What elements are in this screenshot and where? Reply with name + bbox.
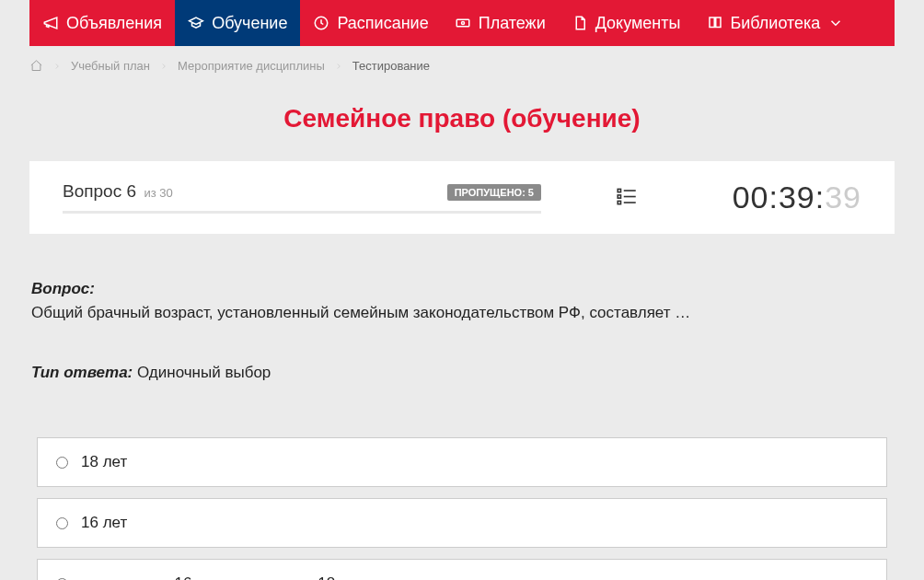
- answer-radio[interactable]: [56, 457, 68, 469]
- breadcrumb-plan[interactable]: Учебный план: [71, 59, 150, 73]
- clock-icon: [313, 15, 329, 31]
- answers-list: 18 лет 16 лет для женщин 16 лет, для муж…: [29, 437, 895, 580]
- question-progress: Вопрос 6 из 30 ПРОПУЩЕНО: 5: [63, 181, 541, 214]
- nav-learning[interactable]: Обучение: [175, 0, 300, 46]
- document-icon: [572, 15, 588, 31]
- answer-radio[interactable]: [56, 517, 68, 529]
- timer-main: 00:39:: [733, 180, 826, 215]
- main-nav: Объявления Обучение Расписание Платежи Д…: [29, 0, 895, 46]
- svg-point-2: [461, 22, 464, 25]
- chevron-right-icon: [159, 62, 168, 71]
- list-icon: [615, 184, 639, 208]
- chevron-right-icon: [52, 62, 62, 71]
- page-title: Семейное право (обучение): [29, 104, 895, 133]
- svg-rect-1: [456, 19, 469, 27]
- nav-payments[interactable]: Платежи: [442, 0, 559, 46]
- status-panel: Вопрос 6 из 30 ПРОПУЩЕНО: 5 00:39:39: [29, 161, 895, 234]
- nav-label: Обучение: [212, 14, 287, 33]
- chevron-down-icon: [827, 15, 844, 31]
- timer-seconds: 39: [825, 180, 861, 215]
- nav-label: Платежи: [479, 14, 546, 33]
- nav-label: Расписание: [337, 14, 428, 33]
- graduation-cap-icon: [188, 15, 204, 31]
- breadcrumb-testing: Тестирование: [352, 59, 430, 73]
- nav-label: Объявления: [66, 14, 162, 33]
- chevron-right-icon: [334, 62, 343, 71]
- breadcrumb-event[interactable]: Мероприятие дисциплины: [178, 59, 325, 73]
- money-icon: [455, 15, 471, 31]
- nav-label: Библиотека: [731, 14, 821, 33]
- svg-rect-4: [618, 194, 620, 197]
- answer-type-value: Одиночный выбор: [133, 364, 271, 381]
- book-icon: [707, 15, 723, 31]
- skipped-badge: ПРОПУЩЕНО: 5: [447, 184, 541, 201]
- question-block: Вопрос: Общий брачный возраст, установле…: [29, 280, 895, 382]
- answer-option[interactable]: 16 лет: [37, 498, 887, 548]
- answer-type: Тип ответа: Одиночный выбор: [31, 364, 893, 382]
- answer-type-label: Тип ответа:: [31, 364, 133, 381]
- answer-text: для женщин 16 лет, для мужчин 18 лет: [81, 574, 364, 580]
- nav-documents[interactable]: Документы: [559, 0, 694, 46]
- nav-schedule[interactable]: Расписание: [300, 0, 441, 46]
- question-list-button[interactable]: [615, 184, 639, 212]
- nav-announcements[interactable]: Объявления: [29, 0, 175, 46]
- answer-option[interactable]: 18 лет: [37, 437, 887, 487]
- answer-text: 16 лет: [81, 514, 127, 532]
- svg-rect-5: [618, 201, 620, 203]
- megaphone-icon: [42, 15, 59, 31]
- nav-label: Документы: [595, 14, 681, 33]
- home-icon[interactable]: [29, 59, 43, 73]
- timer: 00:39:39: [733, 180, 861, 215]
- progress-bar: [63, 211, 541, 214]
- answer-text: 18 лет: [81, 453, 127, 471]
- question-text: Общий брачный возраст, установленный сем…: [31, 304, 893, 322]
- nav-library[interactable]: Библиотека: [694, 0, 858, 46]
- breadcrumb: Учебный план Мероприятие дисциплины Тест…: [29, 46, 895, 86]
- question-number: Вопрос 6: [63, 181, 136, 201]
- svg-rect-3: [618, 189, 620, 191]
- answer-option[interactable]: для женщин 16 лет, для мужчин 18 лет: [37, 559, 887, 580]
- question-label: Вопрос:: [31, 280, 893, 298]
- question-total: из 30: [144, 186, 172, 200]
